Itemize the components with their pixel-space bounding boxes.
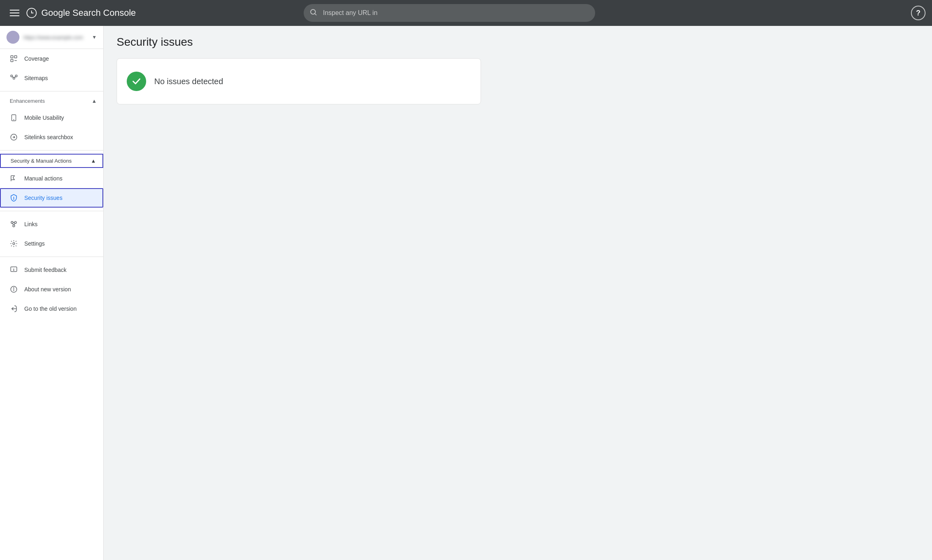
header-actions: ? [911, 6, 926, 20]
help-button[interactable]: ? [911, 6, 926, 20]
svg-point-21 [15, 221, 17, 223]
feedback-icon [10, 266, 18, 274]
svg-point-26 [13, 243, 15, 245]
app-logo: Google Search Console [26, 7, 136, 19]
svg-line-24 [13, 223, 13, 225]
nav-divider-3 [0, 211, 103, 211]
sidebar-item-security-issues[interactable]: Security issues [0, 188, 103, 208]
mobile-icon [10, 114, 18, 122]
sidebar-item-sitelinks[interactable]: Sitelinks searchbox [0, 127, 103, 147]
svg-point-20 [11, 221, 13, 223]
search-bar [304, 4, 595, 22]
svg-rect-7 [15, 56, 17, 58]
chevron-up-icon: ▲ [91, 98, 97, 104]
no-issues-card: No issues detected [117, 58, 481, 104]
enhancements-label: Enhancements [10, 98, 45, 104]
app-layout: https://www.example.com ▼ Coverage [0, 26, 932, 560]
sitemaps-icon [10, 74, 18, 82]
chevron-down-icon: ▼ [92, 34, 97, 40]
svg-rect-1 [10, 13, 19, 13]
svg-point-22 [13, 225, 15, 227]
url-inspect-input[interactable] [304, 4, 595, 22]
svg-point-19 [13, 199, 14, 199]
nav-divider-1 [0, 91, 103, 91]
sidebar-item-about-new-version[interactable]: About new version [0, 280, 103, 299]
sitelinks-icon [10, 133, 18, 141]
no-issues-icon [127, 72, 146, 91]
app-title: Google Search Console [41, 8, 136, 18]
sidebar-item-mobile-usability-label: Mobile Usability [24, 115, 64, 121]
svg-point-4 [311, 9, 315, 14]
svg-point-32 [13, 288, 14, 288]
svg-line-25 [14, 223, 15, 225]
svg-line-14 [14, 77, 16, 78]
settings-icon [10, 240, 18, 248]
checkmark-icon [131, 76, 142, 87]
svg-point-29 [13, 270, 14, 270]
security-manual-actions-label: Security & Manual Actions [11, 158, 72, 164]
sidebar-item-sitemaps[interactable]: Sitemaps [0, 68, 103, 88]
google-logo-icon [26, 7, 37, 19]
svg-line-5 [315, 14, 316, 15]
property-selector[interactable]: https://www.example.com ▼ [0, 26, 103, 49]
sidebar-item-links[interactable]: Links [0, 214, 103, 234]
svg-line-13 [12, 77, 14, 78]
exit-icon [10, 305, 18, 313]
sidebar-item-manual-actions[interactable]: Manual actions [0, 169, 103, 188]
svg-rect-12 [15, 75, 17, 77]
svg-rect-2 [10, 15, 19, 16]
sidebar-item-go-to-old-version[interactable]: Go to the old version [0, 299, 103, 318]
sidebar-item-settings[interactable]: Settings [0, 234, 103, 253]
no-issues-text: No issues detected [154, 77, 223, 86]
svg-rect-8 [11, 59, 13, 62]
shield-icon [10, 194, 18, 202]
svg-rect-10 [11, 75, 13, 77]
sidebar-item-sitelinks-label: Sitelinks searchbox [24, 134, 73, 140]
menu-button[interactable] [6, 5, 23, 21]
sidebar-item-settings-label: Settings [24, 240, 45, 247]
sidebar-item-go-to-old-version-label: Go to the old version [24, 305, 77, 312]
sidebar-item-coverage-label: Coverage [24, 55, 49, 62]
sidebar-item-submit-feedback[interactable]: Submit feedback [0, 260, 103, 280]
flag-icon [10, 174, 18, 182]
sidebar-item-submit-feedback-label: Submit feedback [24, 267, 66, 273]
security-manual-actions-section-header[interactable]: Security & Manual Actions ▲ [0, 154, 103, 168]
main-content: Security issues No issues detected [104, 26, 932, 560]
svg-rect-6 [11, 56, 13, 58]
info-icon [10, 285, 18, 293]
app-header: Google Search Console ? [0, 0, 932, 26]
search-icon [309, 8, 317, 18]
sidebar-item-manual-actions-label: Manual actions [24, 175, 62, 182]
svg-rect-0 [10, 10, 19, 11]
sidebar-item-links-label: Links [24, 221, 38, 227]
coverage-icon [10, 55, 18, 63]
property-name: https://www.example.com [23, 34, 92, 40]
svg-rect-11 [13, 77, 15, 79]
nav-divider-2 [0, 150, 103, 151]
sidebar-item-security-issues-label: Security issues [24, 195, 62, 201]
page-title: Security issues [117, 36, 919, 49]
sidebar-item-coverage[interactable]: Coverage [0, 49, 103, 68]
enhancements-section-header[interactable]: Enhancements ▲ [0, 95, 103, 107]
sidebar-item-mobile-usability[interactable]: Mobile Usability [0, 108, 103, 127]
chevron-up-icon-2: ▲ [91, 158, 96, 164]
sidebar: https://www.example.com ▼ Coverage [0, 26, 104, 560]
links-icon [10, 220, 18, 228]
sidebar-item-sitemaps-label: Sitemaps [24, 75, 48, 81]
nav-divider-4 [0, 257, 103, 257]
property-avatar [6, 31, 19, 44]
sidebar-item-about-new-version-label: About new version [24, 286, 71, 293]
